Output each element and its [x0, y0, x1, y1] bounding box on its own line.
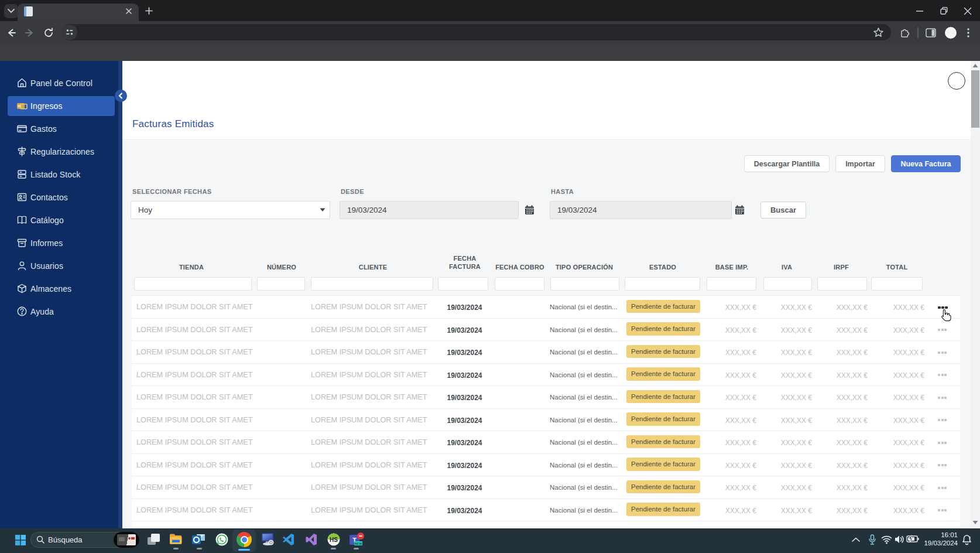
svg-text:z: z: [969, 535, 971, 540]
svg-text:HS: HS: [330, 537, 338, 543]
svg-text:NEW: NEW: [355, 542, 363, 545]
